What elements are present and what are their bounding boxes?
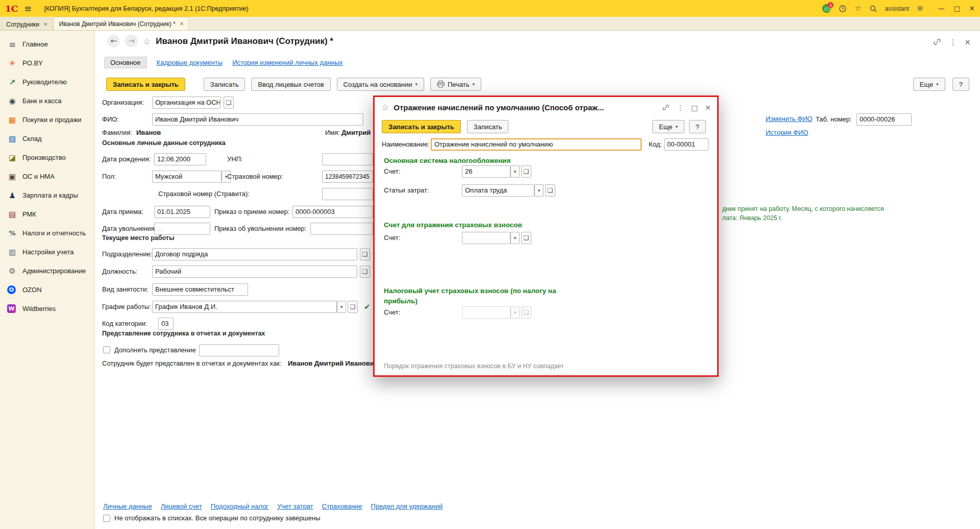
change-fio-link[interactable]: Изменить ФИО: [766, 115, 813, 123]
fio-history-link[interactable]: История ФИО: [766, 129, 808, 136]
tab-close-icon[interactable]: ✕: [43, 21, 47, 27]
favorites-star-icon[interactable]: ☆: [854, 5, 861, 12]
hire-date-input[interactable]: 01.01.2025: [154, 206, 210, 218]
save-close-button[interactable]: Записать и закрыть: [106, 78, 185, 91]
employment-input[interactable]: Внешнее совместительст: [152, 283, 248, 296]
fire-order-input[interactable]: [310, 223, 373, 235]
more-button[interactable]: Еще▾: [913, 78, 945, 91]
search-icon[interactable]: [869, 5, 877, 13]
tab-osnovnoe[interactable]: Основное: [104, 57, 147, 68]
category-code-input[interactable]: 03: [158, 318, 174, 330]
tab-number-input[interactable]: 0000-00026: [856, 113, 912, 126]
dialog-account2-open-button[interactable]: ❏: [521, 232, 531, 244]
sidebar-item-wildberries[interactable]: WWildberries: [0, 299, 94, 318]
dialog-help-button[interactable]: ?: [689, 120, 706, 133]
save-button[interactable]: Записать: [204, 78, 246, 91]
dialog-account3-input[interactable]: [462, 306, 510, 319]
sidebar-item-administrirovanie[interactable]: ⚙Администрирование: [0, 261, 94, 280]
back-button[interactable]: ←: [107, 35, 120, 47]
sidebar-item-proizvodstvo[interactable]: ◪Производство: [0, 148, 94, 167]
position-open-button[interactable]: ❏: [360, 266, 370, 278]
link-predel-uderzhaniy[interactable]: Предел для удержаний: [371, 502, 443, 510]
hide-in-lists-checkbox[interactable]: [103, 515, 110, 522]
favorite-star-icon[interactable]: ☆: [143, 36, 151, 46]
sidebar-item-sklad[interactable]: ▨Склад: [0, 129, 94, 148]
dialog-save-button[interactable]: Записать: [467, 120, 509, 133]
internet-support-icon[interactable]: 1: [822, 4, 831, 13]
dialog-name-input[interactable]: Отражение начислений по умолчанию: [431, 138, 642, 151]
link-licevoy-schet[interactable]: Лицевой счет: [161, 502, 202, 510]
position-input[interactable]: Рабочий: [152, 266, 357, 278]
dialog-star-icon[interactable]: ☆: [381, 102, 389, 112]
sidebar-item-poby[interactable]: ✳PO.BY: [0, 54, 94, 73]
dialog-cost-items-open-button[interactable]: ❏: [545, 184, 555, 197]
sidebar-item-rukovoditelyu[interactable]: ↗Руководителю: [0, 73, 94, 91]
get-link-icon[interactable]: [933, 38, 941, 47]
fire-date-input[interactable]: . .: [154, 223, 210, 235]
dialog-more-button[interactable]: Еще▾: [652, 120, 684, 133]
titlebar-menu-icon[interactable]: ≡: [917, 5, 923, 12]
sidebar-item-nalogi[interactable]: %Налоги и отчетность: [0, 224, 94, 243]
close-window-button[interactable]: ✕: [969, 5, 975, 12]
dialog-account1-dropdown-button[interactable]: ▾: [510, 165, 520, 178]
help-button[interactable]: ?: [952, 78, 969, 91]
link-uchet-zatrat[interactable]: Учет затрат: [277, 502, 313, 510]
dialog-account1-input[interactable]: 26: [462, 165, 510, 178]
history-icon[interactable]: [839, 5, 847, 13]
main-menu-icon[interactable]: ≡: [24, 3, 32, 14]
minimize-button[interactable]: —: [938, 5, 945, 12]
dialog-cost-items-dropdown-button[interactable]: ▾: [534, 184, 544, 197]
unp-input[interactable]: [322, 153, 373, 165]
division-input[interactable]: Договор подряда: [152, 248, 357, 260]
dialog-maximize-icon[interactable]: □: [691, 104, 698, 112]
sidebar-item-glavnoe[interactable]: ≡Главное: [0, 35, 94, 54]
hire-order-input[interactable]: 0000-000003: [292, 206, 373, 218]
dialog-account2-input[interactable]: [462, 232, 510, 244]
org-open-button[interactable]: ❏: [224, 97, 234, 109]
sidebar-item-pokupki-prodazhi[interactable]: ▦Покупки и продажи: [0, 110, 94, 129]
tab-kadrovye-dokumenty[interactable]: Кадровые документы: [157, 59, 223, 66]
tab-istoriya-izmeneniy[interactable]: История изменений личных данных: [232, 59, 342, 66]
dialog-code-input[interactable]: 00-00001: [664, 138, 708, 151]
schedule-dropdown-button[interactable]: ▾: [337, 301, 346, 313]
sidebar-item-os-nma[interactable]: ▣ОС и НМА: [0, 167, 94, 186]
forward-button[interactable]: →: [125, 35, 138, 47]
sidebar-item-rmk[interactable]: ▤РМК: [0, 205, 94, 224]
fio-input[interactable]: Иванов Дмитрий Иванович: [152, 113, 363, 126]
personal-accounts-button[interactable]: Ввод лицевых счетов: [251, 78, 330, 91]
dialog-close-icon[interactable]: ✕: [705, 104, 711, 112]
close-form-icon[interactable]: ✕: [964, 38, 971, 47]
dialog-save-close-button[interactable]: Записать и закрыть: [382, 120, 461, 133]
link-lichnye-dannye[interactable]: Личные данные: [103, 502, 152, 510]
print-button[interactable]: Печать▾: [430, 78, 481, 91]
gender-select[interactable]: Мужской: [152, 171, 222, 183]
dialog-account2-dropdown-button[interactable]: ▾: [510, 232, 520, 244]
sidebar-item-nastroyki-ucheta[interactable]: ▥Настройки учета: [0, 243, 94, 261]
sidebar-item-zarplata-kadry[interactable]: ♟Зарплата и кадры: [0, 186, 94, 205]
sidebar-item-ozon[interactable]: OOZON: [0, 280, 94, 299]
dialog-kebab-icon[interactable]: ⋮: [677, 104, 684, 112]
org-input[interactable]: Организация на ОСН: [152, 97, 220, 109]
schedule-checked-icon[interactable]: ✔: [364, 302, 371, 311]
supplement-input[interactable]: [199, 344, 279, 356]
schedule-input[interactable]: График Иванов Д.И.: [152, 301, 337, 313]
dialog-account3-open-button[interactable]: ❏: [521, 306, 531, 319]
sidebar-item-bank-kassa[interactable]: ◉Банк и касса: [0, 91, 94, 110]
dialog-cost-items-input[interactable]: Оплата труда: [462, 184, 534, 197]
stravita-input[interactable]: [322, 188, 373, 200]
tab-close-icon[interactable]: ✕: [180, 21, 184, 27]
division-open-button[interactable]: ❏: [360, 248, 370, 260]
assistant-label[interactable]: assistant: [885, 5, 909, 12]
supplement-checkbox[interactable]: [103, 346, 110, 353]
birthdate-input[interactable]: 12.06.2000: [154, 153, 206, 165]
insurance-input[interactable]: 1238459672345: [322, 171, 373, 183]
create-based-on-button[interactable]: Создать на основании▾: [337, 78, 424, 91]
schedule-open-button[interactable]: ❏: [348, 301, 358, 313]
tab-employees-list[interactable]: Сотрудники ✕: [1, 18, 53, 30]
dialog-link-icon[interactable]: [662, 104, 670, 112]
link-strahovanie[interactable]: Страхование: [322, 502, 362, 510]
tab-employee-card[interactable]: Иванов Дмитрий Иванович (Сотрудник) * ✕: [54, 17, 189, 30]
more-kebab-icon[interactable]: ⋮: [949, 38, 957, 47]
dialog-account1-open-button[interactable]: ❏: [521, 165, 531, 178]
maximize-button[interactable]: □: [954, 5, 960, 12]
